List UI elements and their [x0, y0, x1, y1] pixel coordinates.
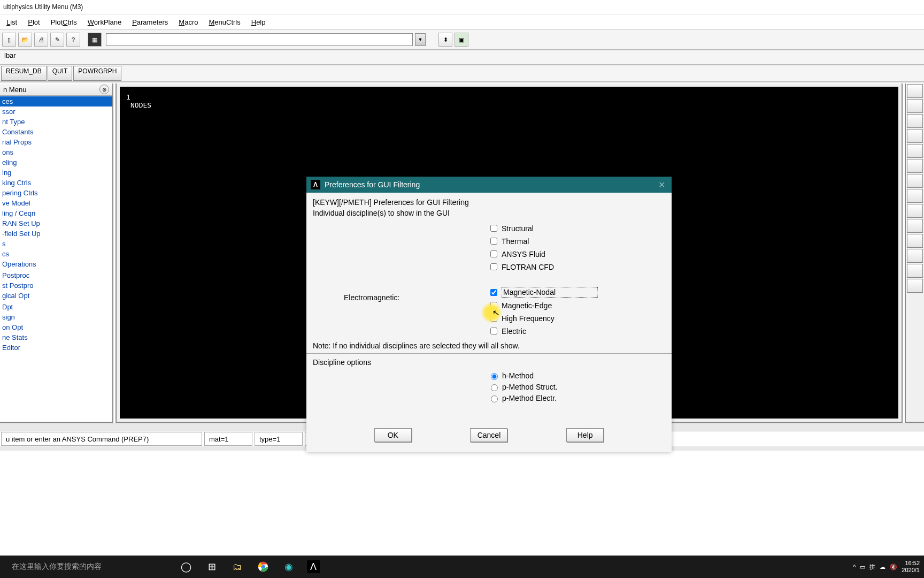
menu-item[interactable]: rial Props — [0, 137, 112, 147]
checkbox-flotran-cfd[interactable] — [490, 263, 497, 270]
menu-item[interactable]: cs — [0, 249, 112, 259]
collapse-icon[interactable]: ⊗ — [99, 85, 109, 94]
view-button[interactable] — [907, 189, 923, 203]
dialog-titlebar[interactable]: Λ Preferences for GUI Filtering ✕ — [306, 177, 672, 193]
menu-item[interactable]: -field Set Up — [0, 229, 112, 239]
checkbox-ansys-fluid[interactable] — [490, 250, 497, 257]
explorer-icon[interactable]: 🗂 — [230, 559, 245, 574]
menu-plotctrls[interactable]: PlotCtrls — [45, 16, 82, 28]
view-button[interactable] — [907, 249, 923, 263]
toolbar-button[interactable]: ✎ — [50, 33, 64, 47]
view-button[interactable] — [907, 204, 923, 218]
view-button[interactable] — [907, 234, 923, 248]
menu-list[interactable]: List — [1, 16, 22, 28]
toolbar-button[interactable]: ▣ — [455, 33, 468, 47]
radio-p-method-struct.[interactable] — [491, 384, 498, 391]
menu-item[interactable]: ces — [0, 96, 112, 107]
search-input[interactable]: 在这里输入你要搜索的内容 — [4, 558, 169, 576]
tray-input-icon[interactable]: 拼 — [869, 563, 875, 571]
menu-workplane[interactable]: WorkPlane — [82, 16, 127, 28]
checkbox-row: Electric — [488, 326, 665, 336]
radio-label: h-Method — [502, 371, 534, 380]
menu-item[interactable]: ne Stats — [0, 332, 112, 343]
note-text: Note: If no individual disciplines are s… — [313, 341, 665, 350]
menu-item[interactable]: gical Opt — [0, 291, 112, 301]
menu-item[interactable]: ling / Ceqn — [0, 208, 112, 218]
radio-h-method[interactable] — [491, 373, 498, 380]
menu-item[interactable]: Operations — [0, 259, 112, 269]
menu-item[interactable]: ve Model — [0, 198, 112, 208]
menu-menuctrls[interactable]: MenuCtrls — [203, 16, 245, 28]
close-icon[interactable]: ✕ — [657, 180, 666, 189]
view-button[interactable] — [907, 264, 923, 278]
menu-parameters[interactable]: Parameters — [127, 16, 173, 28]
menu-item[interactable]: RAN Set Up — [0, 218, 112, 229]
menu-item[interactable]: sign — [0, 312, 112, 322]
cmd-resum_db[interactable]: RESUM_DB — [1, 66, 47, 81]
toolbar-button[interactable]: ⬍ — [438, 33, 452, 47]
menu-help[interactable]: Help — [246, 16, 271, 28]
command-input[interactable]: u item or enter an ANSYS Command (PREP7) — [1, 432, 202, 446]
chrome-icon[interactable] — [256, 559, 271, 574]
toolbar-button[interactable]: ▯ — [2, 33, 16, 47]
view-button[interactable] — [907, 174, 923, 188]
toolbar-button[interactable]: ▦ — [88, 33, 102, 47]
cortana-icon[interactable]: ◯ — [179, 559, 194, 574]
clock[interactable]: 16:52 2020/1 — [902, 560, 920, 574]
view-button[interactable] — [907, 159, 923, 173]
menu-item[interactable]: ssor — [0, 107, 112, 117]
menu-item[interactable]: eling — [0, 157, 112, 168]
menu-item[interactable]: Editor — [0, 343, 112, 353]
main-menu-list[interactable]: cesssornt TypeConstantsrial Propsonselin… — [0, 96, 112, 422]
print-button[interactable]: 🖨 — [34, 33, 48, 47]
view-button[interactable] — [907, 114, 923, 128]
menu-item[interactable]: king Ctrls — [0, 178, 112, 188]
command-dropdown[interactable] — [106, 33, 413, 46]
taskbar[interactable]: 在这里输入你要搜索的内容 ◯ ⊞ 🗂 ◉ Λ ^ ▭ 拼 ☁ 🔇 16:52 2… — [0, 556, 924, 578]
view-button[interactable] — [907, 219, 923, 233]
dropdown-arrow-icon[interactable]: ▼ — [415, 33, 426, 46]
ok-button[interactable]: OK — [374, 428, 412, 442]
cmd-quit[interactable]: QUIT — [48, 66, 73, 81]
view-button[interactable] — [907, 279, 923, 293]
taskview-icon[interactable]: ⊞ — [204, 559, 219, 574]
checkbox-structural[interactable] — [490, 225, 497, 232]
menu-item[interactable]: ing — [0, 168, 112, 178]
radio-row: p-Method Electr. — [488, 394, 665, 402]
menu-item[interactable]: ons — [0, 147, 112, 157]
help-button[interactable]: ? — [66, 33, 80, 47]
tray-mute-icon[interactable]: 🔇 — [890, 564, 897, 571]
toolbar-label: lbar — [0, 50, 924, 65]
help-button[interactable]: Help — [566, 428, 604, 442]
edge-icon[interactable]: ◉ — [281, 559, 296, 574]
view-button[interactable] — [907, 84, 923, 98]
tray-icon[interactable]: ^ — [853, 564, 856, 570]
view-button[interactable] — [907, 99, 923, 113]
tray-icon[interactable]: ☁ — [880, 564, 886, 571]
open-button[interactable]: 📂 — [18, 33, 32, 47]
radio-label: p-Method Electr. — [502, 394, 557, 402]
menu-item[interactable]: Constants — [0, 127, 112, 137]
window-title: ultiphysics Utility Menu (M3) — [3, 3, 83, 11]
ansys-icon[interactable]: Λ — [307, 560, 320, 573]
menu-item[interactable]: pering Ctrls — [0, 188, 112, 198]
menu-macro[interactable]: Macro — [173, 16, 203, 28]
checkbox-magnetic-nodal[interactable] — [490, 289, 497, 296]
view-button[interactable] — [907, 144, 923, 158]
dialog-subheader: Individual discipline(s) to show in the … — [313, 209, 665, 217]
menu-item[interactable]: Postproc — [0, 270, 112, 280]
menu-plot[interactable]: Plot — [22, 16, 45, 28]
checkbox-thermal[interactable] — [490, 238, 497, 245]
cancel-button[interactable]: Cancel — [470, 428, 507, 442]
cmd-powrgrph[interactable]: POWRGRPH — [73, 66, 121, 81]
checkbox-electric[interactable] — [490, 328, 497, 334]
view-button[interactable] — [907, 129, 923, 143]
checkbox-label: FLOTRAN CFD — [502, 263, 554, 271]
menu-item[interactable]: on Opt — [0, 322, 112, 332]
menu-item[interactable]: nt Type — [0, 117, 112, 127]
radio-p-method-electr.[interactable] — [491, 396, 498, 402]
tray-icon[interactable]: ▭ — [860, 564, 865, 571]
menu-item[interactable]: s — [0, 239, 112, 249]
menu-item[interactable]: st Postpro — [0, 280, 112, 291]
menu-item[interactable]: Dpt — [0, 302, 112, 312]
